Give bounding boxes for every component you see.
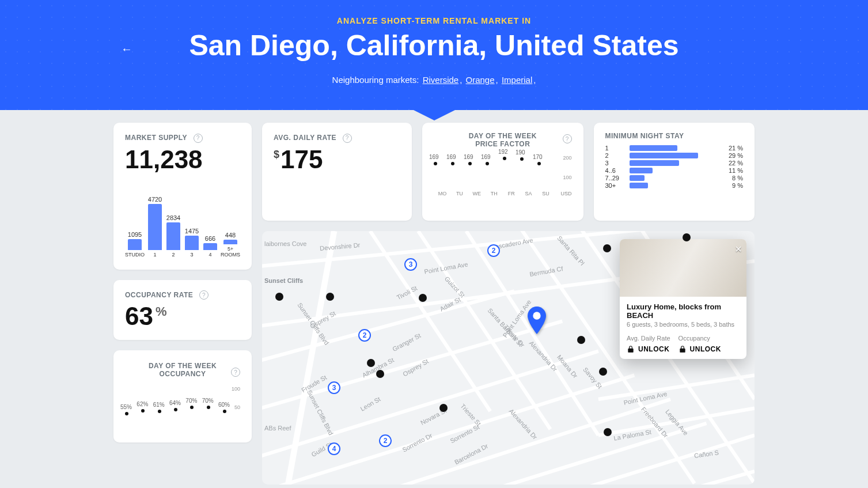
map-dot-marker[interactable]	[367, 359, 375, 367]
hero-eyebrow: ANALYZE SHORT-TERM RENTAL MARKET IN	[12, 16, 856, 25]
supply-bar: 28342	[165, 214, 181, 258]
map-cluster-marker[interactable]: 4	[328, 442, 340, 455]
adr-card: AVG. DAILY RATE ? $175	[262, 123, 412, 221]
min-stay-row: 4..611 %	[605, 167, 744, 174]
popup-stat-label: Occupancy	[679, 335, 721, 342]
min-stay-row: 229 %	[605, 152, 744, 159]
unlock-occupancy-button[interactable]: UNLOCK	[679, 345, 721, 353]
dow-occupancy-card: DAY OF THE WEEK OCCUPANCY ? 100 50 55%62…	[113, 350, 252, 442]
neighbor-link[interactable]: Imperial	[502, 75, 532, 85]
unlock-adr-button[interactable]: UNLOCK	[627, 345, 670, 353]
listing-image: ×	[620, 239, 746, 297]
back-arrow-icon[interactable]: ←	[121, 43, 132, 56]
map[interactable]: laibornes Cove Sunset Cliffs ABs Reef × …	[262, 231, 755, 485]
supply-bar: 4485+ROOMS	[221, 232, 240, 258]
lock-icon	[627, 345, 635, 353]
map-dot-marker[interactable]	[683, 233, 691, 241]
occupancy-rate-title: OCCUPANCY RATE	[125, 291, 193, 299]
occupancy-rate-card: OCCUPANCY RATE ? 63%	[113, 280, 252, 341]
map-dot-marker[interactable]	[577, 336, 585, 344]
min-stay-row: 322 %	[605, 160, 744, 167]
min-stay-title: MINIMUM NIGHT STAY	[605, 132, 744, 140]
adr-title: AVG. DAILY RATE	[274, 134, 336, 142]
close-icon[interactable]: ×	[735, 243, 742, 256]
help-icon[interactable]: ?	[231, 368, 240, 377]
map-dot-marker[interactable]	[419, 294, 427, 302]
market-supply-card: MARKET SUPPLY ? 11,238 1095STUDIO4720128…	[113, 123, 252, 270]
supply-bar: 6664	[202, 235, 218, 258]
map-area-label: Sunset Cliffs	[264, 277, 303, 284]
dow-occupancy-chart: 100 50 55%62%61%64%70%70%60%	[125, 388, 240, 417]
adr-value: $175	[274, 145, 400, 174]
market-supply-chart: 1095STUDIO47201283421475366644485+ROOMS	[125, 201, 240, 258]
axis-label: 200	[563, 155, 571, 161]
map-cluster-marker[interactable]: 2	[379, 434, 392, 447]
listing-popup: × Luxury Home, blocks from BEACH 6 guest…	[620, 239, 746, 359]
map-dot-marker[interactable]	[599, 368, 607, 376]
supply-bar: 47201	[147, 196, 163, 258]
market-supply-value: 11,238	[125, 145, 240, 174]
help-icon[interactable]: ?	[563, 134, 572, 143]
map-cluster-marker[interactable]: 3	[328, 381, 340, 394]
lock-icon	[679, 345, 687, 353]
help-icon[interactable]: ?	[199, 290, 209, 300]
popup-stat-label: Avg. Daily Rate	[627, 335, 670, 342]
listing-title: Luxury Home, blocks from BEACH	[627, 302, 740, 320]
occupancy-rate-value: 63%	[125, 302, 240, 331]
neighbor-link[interactable]: Riverside	[423, 75, 459, 85]
min-stay-row: 7..298 %	[605, 175, 744, 181]
market-supply-title: MARKET SUPPLY	[125, 134, 187, 142]
map-dot-marker[interactable]	[604, 428, 612, 436]
help-icon[interactable]: ?	[343, 134, 352, 143]
supply-bar: 1095STUDIO	[125, 231, 145, 258]
min-stay-row: 121 %	[605, 145, 744, 152]
map-dot-marker[interactable]	[376, 370, 384, 378]
min-stay-card: MINIMUM NIGHT STAY 121 %229 %322 %4..611…	[594, 123, 755, 221]
map-area-label: ABs Reef	[264, 425, 291, 432]
min-stay-chart: 121 %229 %322 %4..611 %7..298 %30+9 %	[605, 145, 744, 189]
svg-point-0	[533, 312, 540, 319]
dow-occupancy-title: DAY OF THE WEEK OCCUPANCY	[137, 362, 229, 378]
axis-label: 100	[232, 386, 240, 392]
map-cluster-marker[interactable]: 2	[358, 329, 371, 342]
map-dot-marker[interactable]	[603, 244, 611, 252]
neighbor-link[interactable]: Orange	[466, 75, 495, 85]
dow-price-chart: 200 100 169169169169192190170	[434, 152, 572, 188]
axis-label: 100	[563, 175, 571, 180]
axis-label: 50	[234, 404, 240, 410]
hero-header: ← ANALYZE SHORT-TERM RENTAL MARKET IN Sa…	[0, 0, 868, 110]
map-cluster-marker[interactable]: 2	[487, 244, 500, 257]
map-dot-marker[interactable]	[326, 293, 334, 301]
neighboring-markets: Neighbouring markets: Riverside, Orange,…	[12, 75, 856, 85]
dow-price-title: DAY OF THE WEEK PRICE FACTOR	[457, 132, 549, 148]
map-dot-marker[interactable]	[439, 404, 448, 412]
page-title: San Diego, California, United States	[12, 29, 856, 62]
neighbors-label: Neighbouring markets:	[332, 75, 419, 85]
map-cluster-marker[interactable]: 3	[404, 258, 417, 271]
min-stay-row: 30+9 %	[605, 182, 744, 189]
supply-bar: 14753	[184, 228, 200, 258]
dow-price-ticks: MOTUWETHFRSASUUSD	[434, 191, 572, 196]
map-dot-marker[interactable]	[275, 293, 283, 301]
dow-price-card: DAY OF THE WEEK PRICE FACTOR ? 200 100 1…	[422, 123, 583, 221]
listing-subtitle: 6 guests, 3 bedrooms, 5 beds, 3 baths	[627, 321, 740, 328]
map-pin-icon[interactable]	[526, 307, 547, 336]
map-area-label: laibornes Cove	[264, 240, 306, 247]
help-icon[interactable]: ?	[194, 134, 203, 143]
